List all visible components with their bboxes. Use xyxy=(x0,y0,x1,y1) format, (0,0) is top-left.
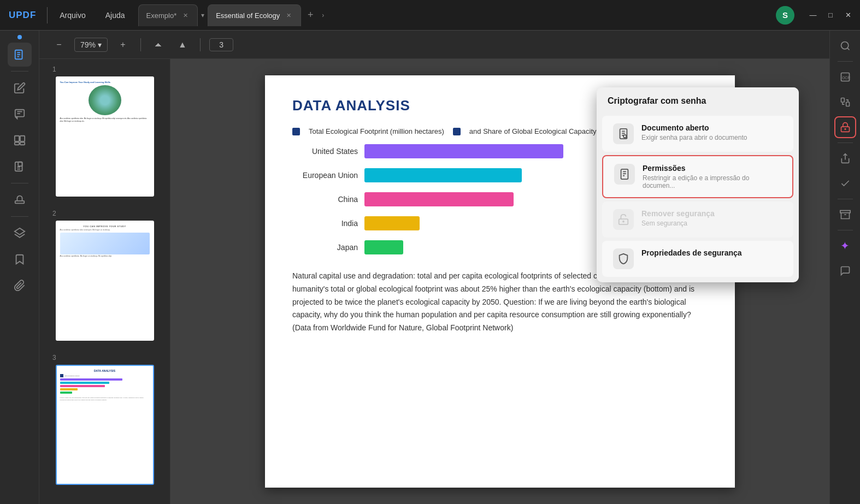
zoom-display[interactable]: 79% ▾ xyxy=(74,38,108,52)
dropdown-item-permissoes[interactable]: Permissões Restringir a edição e a impre… xyxy=(602,155,793,198)
svg-rect-34 xyxy=(846,102,849,106)
thumb-img-1: You Can Improve Your Study and Learning … xyxy=(56,76,154,197)
dropdown-desc-permissoes: Restringir a edição e a impressão do doc… xyxy=(643,174,781,189)
sidebar-icon-comment[interactable] xyxy=(8,102,32,126)
thumbnail-3[interactable]: 3 DATA ANALYSIS Total Ecological Footpri… xyxy=(39,347,170,491)
maximize-button[interactable]: □ xyxy=(823,8,838,23)
sidebar-icon-document[interactable] xyxy=(8,43,32,67)
thumbnail-2[interactable]: 2 You Can Improve Your Study Alsc condit… xyxy=(39,203,170,347)
toolbar: − 79% ▾ + ⏶ ▲ 3 xyxy=(39,31,829,59)
nav-top-button[interactable]: ⏶ xyxy=(150,36,167,54)
dropdown-desc-documento: Exigir senha para abrir o documento xyxy=(641,134,747,141)
right-icon-share[interactable] xyxy=(834,147,856,169)
dropdown-title-documento: Documento aberto xyxy=(641,123,747,132)
legend-box-1 xyxy=(292,128,300,135)
svg-text:OCR: OCR xyxy=(842,76,850,80)
dropdown-item-documento[interactable]: Documento aberto Exigir senha para abrir… xyxy=(602,116,793,152)
right-icon-archive[interactable] xyxy=(834,204,856,226)
dropdown-text-propriedades: Propriedades de segurança xyxy=(641,248,742,257)
right-sep-4 xyxy=(838,230,853,230)
svg-rect-15 xyxy=(15,201,24,204)
svg-line-30 xyxy=(847,48,849,50)
zoom-in-button[interactable]: + xyxy=(114,36,132,54)
window-controls: — □ ✕ xyxy=(801,8,860,23)
app-logo: UPDF xyxy=(0,10,45,21)
menu-bar: Arquivo Ajuda xyxy=(50,0,134,31)
user-avatar[interactable]: S xyxy=(776,6,794,25)
close-button[interactable]: ✕ xyxy=(840,8,856,23)
dropdown-title-permissoes: Permissões xyxy=(643,164,781,173)
dropdown-header: Criptografar com senha xyxy=(597,87,799,112)
titlebar-actions: S xyxy=(769,6,801,25)
right-sep-1 xyxy=(838,61,853,62)
sidebar-icon-attach[interactable] xyxy=(8,274,32,298)
tab-list-arrow[interactable]: › xyxy=(320,11,326,19)
zoom-dropdown-icon: ▾ xyxy=(98,40,102,49)
thumb-num-2: 2 xyxy=(48,210,56,217)
thumbnail-1[interactable]: 1 You Can Improve Your Study and Learnin… xyxy=(39,59,170,203)
tab-ecology-close[interactable]: ✕ xyxy=(284,11,293,20)
sidebar-icon-edit[interactable] xyxy=(8,76,32,100)
svg-point-28 xyxy=(623,221,624,222)
zoom-out-button[interactable]: − xyxy=(50,36,68,54)
legend-text-1: Total Ecological Footprint (million hect… xyxy=(309,127,444,135)
legend-text-2: and Share of Global Ecological Capacity … xyxy=(469,127,610,135)
svg-point-21 xyxy=(623,135,627,138)
tab-dropdown-arrow[interactable]: ▾ xyxy=(199,11,207,19)
dropdown-desc-remover: Sem segurança xyxy=(641,220,715,227)
svg-rect-7 xyxy=(14,136,19,141)
right-icon-ai[interactable]: ✦ xyxy=(834,235,856,257)
status-dot xyxy=(17,35,22,39)
tab-ecology[interactable]: Essential of Ecology ✕ xyxy=(208,4,301,26)
thumb-num-1: 1 xyxy=(48,66,56,73)
password-dropdown: Criptografar com senha Documento aberto … xyxy=(597,87,799,282)
right-icon-convert[interactable] xyxy=(834,91,856,113)
titlebar: UPDF Arquivo Ajuda Exemplo* ✕ ▾ Essentia… xyxy=(0,0,860,31)
sidebar-sep-2 xyxy=(11,183,28,183)
svg-marker-16 xyxy=(14,228,24,235)
label-us: United States xyxy=(292,147,358,156)
content-wrap: − 79% ▾ + ⏶ ▲ 3 1 You Can Improve Your S… xyxy=(39,31,829,504)
svg-rect-4 xyxy=(15,110,24,117)
svg-rect-38 xyxy=(840,211,850,213)
toolbar-sep-1 xyxy=(140,38,141,51)
nav-prev-button[interactable]: ▲ xyxy=(174,36,191,54)
minimize-button[interactable]: — xyxy=(805,8,821,23)
svg-line-22 xyxy=(626,138,627,139)
sidebar-icon-bookmark[interactable] xyxy=(8,247,32,271)
dropdown-icon-remover xyxy=(613,209,634,230)
thumbnail-panel: 1 You Can Improve Your Study and Learnin… xyxy=(39,59,170,504)
dropdown-item-propriedades[interactable]: Propriedades de segurança xyxy=(602,241,793,277)
label-eu: European Union xyxy=(292,171,358,180)
tab-bar: Exemplo* ✕ ▾ Essential of Ecology ✕ + › xyxy=(135,4,769,26)
sidebar-icon-stamp[interactable] xyxy=(8,188,32,212)
right-icon-chat[interactable] xyxy=(834,260,856,282)
right-icon-password[interactable] xyxy=(834,116,856,138)
page-number-input[interactable]: 3 xyxy=(209,38,233,51)
right-sidebar: OCR ✦ xyxy=(829,31,860,504)
sidebar-icon-layers[interactable] xyxy=(8,221,32,245)
tab-add-button[interactable]: + xyxy=(302,7,319,23)
sidebar-sep-3 xyxy=(11,216,28,217)
toolbar-sep-2 xyxy=(200,38,201,51)
right-icon-ocr[interactable]: OCR xyxy=(834,66,856,88)
dropdown-item-remover: Remover segurança Sem segurança xyxy=(602,201,793,238)
menu-separator xyxy=(47,7,48,23)
thumb-img-2: You Can Improve Your Study Alsc conditet… xyxy=(56,221,154,341)
zoom-value: 79% xyxy=(80,40,96,49)
sidebar-icon-export[interactable] xyxy=(8,155,32,179)
tab-exemplo-close[interactable]: ✕ xyxy=(181,11,190,20)
right-icon-sign[interactable] xyxy=(834,173,856,194)
dropdown-icon-documento xyxy=(613,123,634,144)
legend-box-2 xyxy=(453,128,461,135)
svg-rect-33 xyxy=(841,98,844,103)
menu-ajuda[interactable]: Ajuda xyxy=(96,0,135,31)
right-sep-2 xyxy=(838,143,853,143)
thumb-img-3: DATA ANALYSIS Total Ecological Footprint… xyxy=(56,365,154,485)
svg-rect-9 xyxy=(14,143,19,145)
tab-exemplo[interactable]: Exemplo* ✕ xyxy=(138,4,198,26)
menu-arquivo[interactable]: Arquivo xyxy=(50,0,95,31)
sidebar-icon-organize[interactable] xyxy=(8,128,32,152)
right-icon-search[interactable] xyxy=(834,35,856,57)
logo-text: UPDF xyxy=(9,10,36,21)
